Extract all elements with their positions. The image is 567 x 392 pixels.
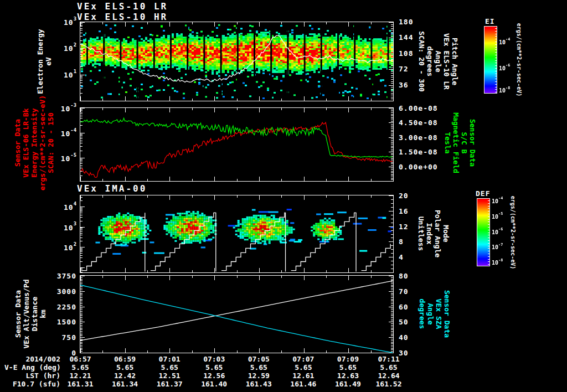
right-axis-tick-label: 6.00e-08 bbox=[399, 104, 438, 112]
def-colorbar bbox=[477, 198, 490, 266]
p2-right-axis-label: Sensor Data S/C B Magnetic Field Tesla bbox=[444, 112, 477, 173]
right-axis-tick-label: 4 bbox=[399, 253, 404, 261]
p3-right-axis-label: Mode Polar Angle Index Unitless bbox=[417, 210, 450, 257]
ve-ang-row-value: 5.65 bbox=[60, 363, 100, 372]
axis-label-line: Distance bbox=[30, 279, 39, 348]
colorbar-tick-label: 10-7 bbox=[492, 244, 503, 250]
right-axis-tick-label: 72 bbox=[399, 65, 409, 73]
axis-label-line: Pitch Angle bbox=[451, 31, 459, 92]
time-axis-value: 07:09 bbox=[328, 355, 368, 363]
intensity-bfield-plot bbox=[80, 107, 394, 182]
f107-row-value: 161.52 bbox=[369, 380, 409, 388]
y-axis-tick-label: 10-3 bbox=[52, 104, 76, 113]
right-axis-tick-label: 12 bbox=[399, 223, 409, 231]
def-colorbar-title: DEF bbox=[476, 189, 490, 198]
colorbar-tick-label: 10-6 bbox=[492, 229, 503, 235]
f107-row-value: 161.31 bbox=[60, 380, 100, 388]
lst-row-value: 12.59 bbox=[239, 372, 279, 380]
f107-row-value: 161.43 bbox=[239, 380, 279, 388]
axis-label-line: VEx Alt/Venus/Pd bbox=[22, 279, 30, 348]
right-axis-tick-label: 180 bbox=[399, 18, 413, 26]
right-axis-tick-label: 70 bbox=[399, 287, 409, 296]
plot-page: VEx ELS-10 LR VEx ELS-10 HR VEx IMA-00 E… bbox=[0, 0, 567, 392]
ve-ang-row-value: 5.65 bbox=[328, 363, 368, 372]
axis-label-line: Sensor Data bbox=[468, 112, 477, 173]
f107-row-value: 161.34 bbox=[105, 380, 145, 388]
y-axis-tick-label: 10-5 bbox=[52, 154, 76, 163]
axis-label-line: SCAN: 20 - 300 bbox=[417, 31, 426, 92]
right-axis-tick-label: 16 bbox=[399, 207, 409, 215]
axis-label-line: ergs/(cm**2-sr-sec-eV) bbox=[516, 23, 522, 96]
right-axis-tick-label: 60 bbox=[399, 303, 409, 311]
time-axis-value: 07:03 bbox=[194, 355, 234, 363]
right-axis-tick-label: 3.00e-08 bbox=[399, 133, 438, 142]
y-axis-tick-label: 1500 bbox=[52, 318, 76, 326]
axis-label-line: ergs/(cm**2-sr-sec-eV) bbox=[510, 196, 516, 269]
y-axis-tick-label: 2250 bbox=[52, 303, 76, 311]
ve-ang-row-value: 5.65 bbox=[150, 363, 189, 372]
lst-row-value: 12.42 bbox=[105, 372, 145, 380]
axis-label-line: degrees bbox=[426, 31, 434, 92]
right-axis-tick-label: 4.50e-08 bbox=[399, 118, 438, 127]
time-axis-header: 2014/002 bbox=[4, 355, 60, 363]
right-axis-tick-label: 8 bbox=[399, 238, 404, 246]
p1-right-axis-label: Pitch Angle VEx ELS-10 LR Angle degrees … bbox=[417, 31, 459, 92]
y-axis-tick-label: 3000 bbox=[52, 287, 76, 296]
f107-row-value: 161.37 bbox=[150, 380, 189, 388]
ei-colorbar bbox=[484, 26, 497, 94]
y-axis-tick-label: 750 bbox=[52, 333, 76, 342]
axis-label-line: VEx ELS-06 LR-Bk bbox=[22, 95, 30, 190]
time-axis-value: 07:07 bbox=[284, 355, 323, 363]
right-axis-tick-label: 0.00e+00 bbox=[399, 163, 438, 171]
axis-label-line: eV bbox=[44, 29, 53, 94]
f107-row-header: F10.7 (sfu) bbox=[4, 380, 60, 388]
ei-colorbar-title: EI bbox=[485, 17, 495, 25]
title-els-lr: VEx ELS-10 LR bbox=[77, 1, 168, 12]
y-axis-tick-label: 10-4 bbox=[52, 129, 76, 138]
altitude-sza-plot bbox=[80, 275, 394, 353]
axis-label-line: Angle bbox=[434, 31, 442, 92]
ve-ang-row-value: 5.65 bbox=[105, 363, 145, 372]
axis-label-line: Index bbox=[425, 210, 434, 257]
y-axis-tick-label: 102 bbox=[52, 243, 76, 252]
colorbar-tick-label: 10-4 bbox=[492, 198, 503, 204]
y-axis-tick-label: 101 bbox=[52, 70, 76, 79]
els-spectrogram bbox=[80, 22, 394, 101]
ima-spectrogram bbox=[80, 195, 394, 273]
y-axis-tick-label: 103 bbox=[52, 223, 76, 232]
right-axis-tick-label: 1.50e-08 bbox=[399, 148, 438, 156]
axis-label-line: ergs/(cm**2-sr-sec-eV) bbox=[38, 95, 47, 190]
colorbar-tick-label: 10-8 bbox=[492, 259, 503, 266]
colorbar-tick-label: 10-8 bbox=[499, 87, 510, 94]
right-axis-tick-label: 40 bbox=[399, 333, 409, 342]
y-axis-tick-label: 3750 bbox=[52, 272, 76, 280]
f107-row-value: 161.40 bbox=[194, 380, 234, 388]
y-axis-tick-label: 104 bbox=[52, 203, 76, 212]
right-axis-tick-label: 36 bbox=[399, 81, 409, 89]
ve-ang-row-header: V-E Ang (deg) bbox=[4, 363, 60, 372]
ve-ang-row-value: 5.65 bbox=[239, 363, 279, 372]
f107-row-value: 161.49 bbox=[328, 380, 368, 388]
axis-label-line: VEx SZA bbox=[435, 290, 443, 338]
y-axis-tick-label: 102 bbox=[52, 44, 76, 53]
axis-label-line: Angle bbox=[426, 290, 435, 338]
time-axis-value: 06:59 bbox=[105, 355, 145, 363]
axis-label-line: VEx ELS-10 LR bbox=[442, 31, 451, 92]
lst-row-value: 12.63 bbox=[328, 372, 368, 380]
p4-right-axis-label: Sensor Data VEx SZA Angle degrees bbox=[418, 290, 451, 338]
axis-label-line: Sensor Data bbox=[13, 95, 22, 190]
right-axis-tick-label: 80 bbox=[399, 272, 409, 280]
time-axis-value: 07:11 bbox=[369, 355, 409, 363]
y-axis-tick-label: 103 bbox=[52, 18, 76, 27]
lst-row-header: LST (hr) bbox=[4, 372, 60, 380]
p4-y-axis-label: Sensor Data VEx Alt/Venus/Pd Distance km bbox=[14, 279, 47, 348]
axis-label-line: Sensor Data bbox=[443, 290, 451, 338]
axis-label-line: Unitless bbox=[417, 210, 425, 257]
f107-row-value: 161.46 bbox=[284, 380, 323, 388]
time-axis-value: 07:01 bbox=[150, 355, 189, 363]
colorbar-tick-label: 10-5 bbox=[492, 213, 503, 220]
ei-colorbar-units: ergs/(cm**2-sr-sec-eV) bbox=[516, 23, 522, 96]
axis-label-line: Sensor Data bbox=[14, 279, 22, 348]
ve-ang-row-value: 5.65 bbox=[284, 363, 323, 372]
lst-row-value: 12.56 bbox=[194, 372, 234, 380]
